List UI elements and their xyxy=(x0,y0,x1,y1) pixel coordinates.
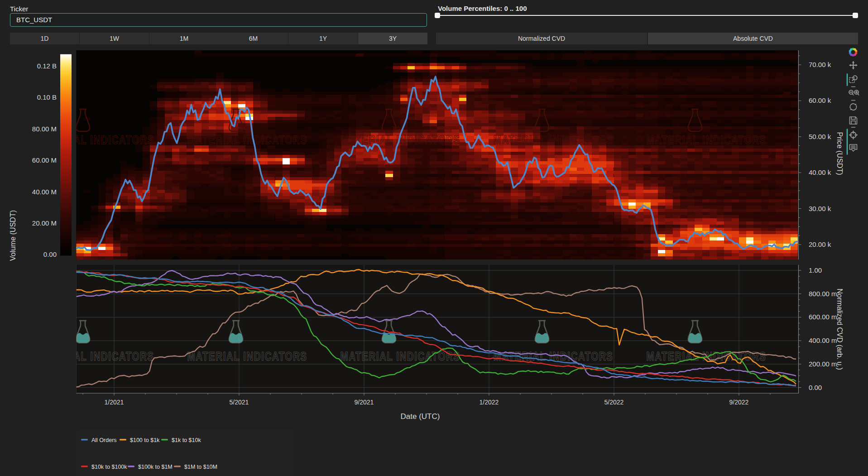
svg-text:60.00 k: 60.00 k xyxy=(809,96,831,104)
svg-text:Date (UTC): Date (UTC) xyxy=(401,412,440,421)
svg-text:All Orders: All Orders xyxy=(91,437,117,443)
svg-text:40.00 k: 40.00 k xyxy=(809,168,831,176)
svg-text:70.00 k: 70.00 k xyxy=(809,61,831,68)
svg-text:800.00 m: 800.00 m xyxy=(809,290,837,298)
svg-text:MATERIAL INDICATORS: MATERIAL INDICATORS xyxy=(34,133,154,147)
svg-text:40.00 M: 40.00 M xyxy=(32,188,57,196)
svg-text:1/2022: 1/2022 xyxy=(480,399,499,406)
svg-text:1/2021: 1/2021 xyxy=(105,399,124,406)
svg-text:Normalized CVD (arb. u.): Normalized CVD (arb. u.) xyxy=(836,288,844,370)
svg-text:MATERIAL INDICATORS: MATERIAL INDICATORS xyxy=(494,133,614,147)
svg-text:$100k to $1M: $100k to $1M xyxy=(138,464,173,470)
svg-text:1.00: 1.00 xyxy=(809,266,822,274)
svg-text:0.00: 0.00 xyxy=(809,384,822,391)
svg-text:MATERIAL INDICATORS: MATERIAL INDICATORS xyxy=(187,133,307,147)
svg-text:9/2022: 9/2022 xyxy=(729,399,749,406)
svg-text:MATERIAL INDICATORS: MATERIAL INDICATORS xyxy=(647,133,767,147)
svg-text:5/2021: 5/2021 xyxy=(230,399,249,406)
svg-text:MATERIAL INDICATORS: MATERIAL INDICATORS xyxy=(340,350,460,363)
svg-text:200.00 m: 200.00 m xyxy=(809,360,837,368)
svg-text:20.00 M: 20.00 M xyxy=(32,219,57,227)
svg-text:9/2021: 9/2021 xyxy=(355,399,374,406)
svg-text:5/2022: 5/2022 xyxy=(604,399,624,406)
svg-text:0.10 B: 0.10 B xyxy=(37,93,57,101)
svg-text:MATERIAL INDICATORS: MATERIAL INDICATORS xyxy=(34,350,154,363)
svg-text:60.00 M: 60.00 M xyxy=(32,156,57,164)
svg-text:20.00 k: 20.00 k xyxy=(809,240,831,248)
svg-text:Volume (USDT): Volume (USDT) xyxy=(9,210,17,261)
svg-text:30.00 k: 30.00 k xyxy=(809,205,831,212)
svg-text:$10k to $100k: $10k to $100k xyxy=(91,464,127,470)
svg-text:0.12 B: 0.12 B xyxy=(37,62,57,70)
svg-text:MATERIAL INDICATORS: MATERIAL INDICATORS xyxy=(187,350,307,363)
svg-text:80.00 M: 80.00 M xyxy=(32,125,57,133)
svg-text:$1M to $10M: $1M to $10M xyxy=(184,464,217,470)
svg-text:50.00 k: 50.00 k xyxy=(809,133,831,140)
svg-text:Price (USDT): Price (USDT) xyxy=(836,132,844,175)
svg-text:0.00: 0.00 xyxy=(43,250,57,258)
svg-text:400.00 m: 400.00 m xyxy=(809,337,837,344)
svg-text:$100 to $1k: $100 to $1k xyxy=(130,437,160,443)
svg-text:$1k to $10k: $1k to $10k xyxy=(172,437,201,443)
svg-text:600.00 m: 600.00 m xyxy=(809,313,837,321)
